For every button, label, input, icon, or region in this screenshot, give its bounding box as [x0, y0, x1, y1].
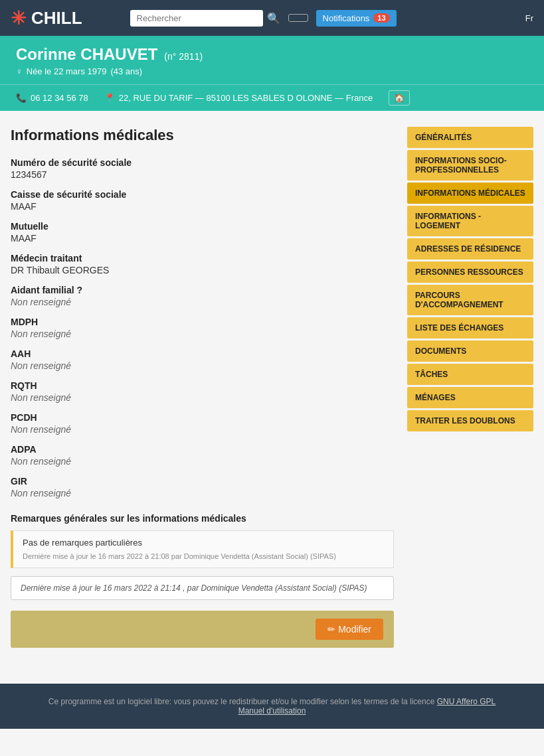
field-value-6: Non renseigné: [11, 360, 394, 371]
field-label-4: Aidant familial ?: [11, 285, 394, 295]
field-gir: GIR Non renseigné: [11, 476, 394, 498]
address-text: 22, RUE DU TARIF — 85100 LES SABLES D OL…: [119, 93, 373, 103]
sidebar-item-doublons[interactable]: TRAITER LES DOUBLONS: [407, 410, 533, 431]
main-content: Informations médicales Numéro de sécurit…: [0, 111, 544, 664]
field-value-3: DR Thibault GEORGES: [11, 265, 394, 275]
sidebar-item-generalites[interactable]: GÉNÉRALITÉS: [407, 127, 533, 148]
field-label-8: PCDH: [11, 412, 394, 423]
remark-text: Pas de remarques particulières: [23, 538, 384, 548]
footer-text: Ce programme est un logiciel libre: vous…: [13, 697, 531, 706]
field-mutuelle: Mutuelle MAAF: [11, 221, 394, 244]
field-value-9: Non renseigné: [11, 456, 394, 467]
field-pcdh: PCDH Non renseigné: [11, 412, 394, 435]
field-label-6: AAH: [11, 348, 394, 359]
field-label-7: RQTH: [11, 380, 394, 391]
notifications-label: Notifications: [323, 13, 370, 23]
contact-bar: 📞 06 12 34 56 78 📍 22, RUE DU TARIF — 85…: [0, 84, 544, 111]
field-label-5: MDPH: [11, 317, 394, 327]
update-text: Dernière mise à jour le 16 mars 2022 à 2…: [21, 583, 367, 593]
born-label: Née le 22 mars 1979: [27, 66, 107, 76]
field-aah: AAH Non renseigné: [11, 348, 394, 371]
field-value-10: Non renseigné: [11, 488, 394, 498]
field-label-10: GIR: [11, 476, 394, 487]
license-link[interactable]: GNU Affero GPL: [437, 697, 496, 706]
remark-update: Dernière mise à jour le 16 mars 2022 à 2…: [23, 552, 336, 560]
address-item: 📍 22, RUE DU TARIF — 85100 LES SABLES D …: [104, 93, 373, 103]
sidebar-item-medicales[interactable]: INFORMATIONS MÉDICALES: [407, 183, 533, 204]
phone-icon: 📞: [16, 93, 27, 103]
sidebar-item-logement[interactable]: INFORMATIONS - LOGEMENT: [407, 206, 533, 236]
navbar: ✳ CHILL 🔍 Notifications 13 Fr: [0, 0, 544, 36]
sidebar-item-adresses[interactable]: ADRESSES DE RÉSIDENCE: [407, 238, 533, 260]
update-box: Dernière mise à jour le 16 mars 2022 à 2…: [11, 576, 394, 600]
sidebar-item-documents[interactable]: DOCUMENTS: [407, 340, 533, 362]
field-value-5: Non renseigné: [11, 329, 394, 339]
address-icon: 📍: [104, 93, 115, 103]
field-rqth: RQTH Non renseigné: [11, 380, 394, 403]
manual-link[interactable]: Manuel d'utilisation: [238, 706, 306, 716]
action-bar: ✏ Modifier: [11, 611, 394, 648]
field-value-0: 1234567: [11, 169, 394, 180]
logo[interactable]: ✳ CHILL: [11, 7, 82, 29]
field-label-9: ADPA: [11, 444, 394, 455]
field-label-3: Médecin traitant: [11, 253, 394, 264]
sidebar-item-menages[interactable]: MÉNAGES: [407, 387, 533, 408]
phone-item: 📞 06 12 34 56 78: [16, 93, 88, 103]
field-mdph: MDPH Non renseigné: [11, 317, 394, 339]
field-label-2: Mutuelle: [11, 221, 394, 232]
field-numero-secu: Numéro de sécurité sociale 1234567: [11, 157, 394, 180]
search-container: 🔍: [130, 10, 280, 27]
sidebar-item-socio-pro[interactable]: INFORMATIONS SOCIO-PROFESSIONNELLES: [407, 150, 533, 181]
sidebar-item-taches[interactable]: TÂCHES: [407, 364, 533, 385]
field-adpa: ADPA Non renseigné: [11, 444, 394, 467]
sidebar-item-echanges[interactable]: LISTE DES ÉCHANGES: [407, 317, 533, 339]
search-input[interactable]: [130, 10, 263, 27]
patient-header: NATIONALITÉ : France TERRITOIRE : LITTOR…: [0, 36, 544, 84]
sidebar-item-parcours[interactable]: PARCOURS D'ACCOMPAGNEMENT: [407, 285, 533, 315]
field-caisse: Caisse de sécurité sociale MAAF: [11, 189, 394, 212]
notifications-button[interactable]: Notifications 13: [316, 10, 397, 27]
notifications-badge: 13: [373, 13, 389, 23]
language-button[interactable]: Fr: [525, 13, 533, 23]
field-value-2: MAAF: [11, 233, 394, 244]
age-label: (43 ans): [110, 66, 142, 76]
field-value-8: Non renseigné: [11, 424, 394, 435]
patient-id: (n° 2811): [164, 51, 203, 62]
field-label-1: Caisse de sécurité sociale: [11, 189, 394, 200]
field-medecin: Médecin traitant DR Thibault GEORGES: [11, 253, 394, 275]
extra-btn[interactable]: [288, 14, 308, 22]
patient-meta: ♀ Née le 22 mars 1979 (43 ans): [16, 66, 528, 76]
footer: Ce programme est un logiciel libre: vous…: [0, 684, 544, 729]
sidebar-nav: GÉNÉRALITÉS INFORMATIONS SOCIO-PROFESSIO…: [407, 127, 533, 648]
search-button[interactable]: 🔍: [267, 12, 280, 25]
patient-full-name: Corinne CHAUVET: [16, 45, 157, 64]
content-area: Informations médicales Numéro de sécurit…: [11, 127, 407, 648]
field-value-4: Non renseigné: [11, 297, 394, 307]
field-value-1: MAAF: [11, 201, 394, 212]
gender-icon: ♀: [16, 66, 23, 76]
sidebar-item-personnes[interactable]: PERSONNES RESSOURCES: [407, 262, 533, 283]
field-label-0: Numéro de sécurité sociale: [11, 157, 394, 168]
logo-text: CHILL: [31, 8, 82, 29]
field-aidant: Aidant familial ? Non renseigné: [11, 285, 394, 307]
home-button[interactable]: 🏠: [389, 90, 410, 106]
logo-asterisk: ✳: [11, 7, 26, 29]
remark-box: Pas de remarques particulières Dernière …: [11, 530, 394, 568]
patient-name: Corinne CHAUVET (n° 2811): [16, 45, 528, 64]
page-title: Informations médicales: [11, 127, 394, 144]
remarks-title: Remarques générales sur les informations…: [11, 513, 394, 524]
modify-button[interactable]: ✏ Modifier: [316, 619, 383, 640]
phone-number: 06 12 34 56 78: [31, 93, 88, 103]
field-value-7: Non renseigné: [11, 392, 394, 403]
